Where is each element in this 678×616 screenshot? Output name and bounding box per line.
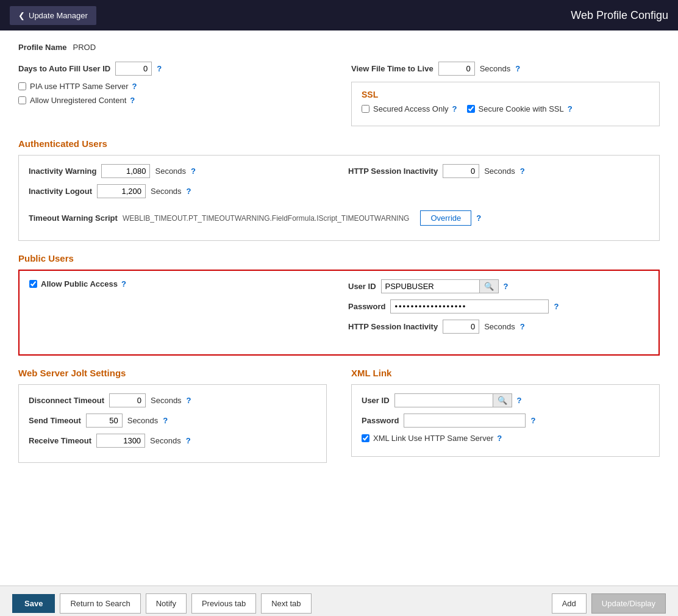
ssl-section: SSL Secured Access Only ? Secure Cookie … <box>351 82 660 126</box>
inactivity-logout-row: Inactivity Logout Seconds ? <box>29 184 330 198</box>
secure-cookie-row: Secure Cookie with SSL ? <box>467 104 573 113</box>
authenticated-users-box: Inactivity Warning Seconds ? Inactivity … <box>18 155 660 241</box>
days-auto-fill-label: Days to Auto Fill User ID <box>18 64 110 73</box>
send-timeout-row: Send Timeout Seconds ? <box>29 414 316 428</box>
days-auto-fill-help[interactable]: ? <box>157 64 162 73</box>
http-session-input[interactable] <box>443 164 479 178</box>
xml-user-id-search-button[interactable]: 🔍 <box>493 394 512 407</box>
receive-timeout-label: Receive Timeout <box>29 436 91 445</box>
xml-user-id-label: User ID <box>362 396 390 405</box>
send-timeout-input[interactable] <box>86 414 123 428</box>
timeout-warning-help[interactable]: ? <box>476 213 481 223</box>
allow-unregistered-checkbox[interactable] <box>18 96 26 104</box>
disconnect-timeout-input[interactable] <box>109 393 146 407</box>
web-server-jolt-box: Disconnect Timeout Seconds ? Send Timeou… <box>18 384 327 463</box>
notify-button[interactable]: Notify <box>146 593 187 614</box>
public-user-id-row: User ID 🔍 ? <box>348 279 649 293</box>
auth-users-top-row: Inactivity Warning Seconds ? Inactivity … <box>29 164 649 204</box>
xml-password-input[interactable] <box>404 414 526 428</box>
xml-user-id-input[interactable] <box>395 394 493 407</box>
public-password-help[interactable]: ? <box>554 302 558 311</box>
public-http-session-row: HTTP Session Inactivity Seconds ? <box>348 320 649 334</box>
inactivity-logout-units: Seconds <box>151 187 182 196</box>
send-timeout-help[interactable]: ? <box>163 416 168 425</box>
http-session-label: HTTP Session Inactivity <box>348 167 438 176</box>
xml-http-same-server-checkbox[interactable] <box>362 434 369 442</box>
web-server-jolt-col: Web Server Jolt Settings Disconnect Time… <box>18 368 327 475</box>
secured-access-help[interactable]: ? <box>452 104 457 113</box>
add-button[interactable]: Add <box>552 593 587 614</box>
days-auto-fill-row: Days to Auto Fill User ID ? <box>18 62 327 76</box>
ssl-title: SSL <box>362 90 649 99</box>
back-arrow-icon: ❮ <box>18 11 25 20</box>
return-to-search-button[interactable]: Return to Search <box>60 593 140 614</box>
profile-name-label: Profile Name <box>18 43 66 52</box>
allow-public-access-checkbox[interactable] <box>29 280 37 288</box>
view-file-ttl-units: Seconds <box>480 64 511 73</box>
override-button[interactable]: Override <box>420 210 471 226</box>
receive-timeout-input[interactable] <box>96 434 145 448</box>
allow-unregistered-help[interactable]: ? <box>130 96 135 105</box>
disconnect-timeout-help[interactable]: ? <box>187 396 191 405</box>
disconnect-timeout-units: Seconds <box>151 396 182 405</box>
http-session-inactivity-row: HTTP Session Inactivity Seconds ? <box>348 164 649 178</box>
xml-password-row: Password ? <box>362 414 649 428</box>
update-display-button: Update/Display <box>591 593 666 614</box>
secure-cookie-checkbox[interactable] <box>467 105 475 113</box>
xml-http-same-server-help[interactable]: ? <box>497 434 502 443</box>
http-session-help[interactable]: ? <box>520 167 525 176</box>
public-user-id-search-button[interactable]: 🔍 <box>479 280 498 293</box>
inactivity-warning-help[interactable]: ? <box>191 167 196 176</box>
receive-timeout-help[interactable]: ? <box>186 436 191 445</box>
xml-password-label: Password <box>362 416 399 425</box>
authenticated-users-header: Authenticated Users <box>18 138 660 149</box>
public-password-input[interactable] <box>390 299 549 313</box>
pia-http-row: PIA use HTTP Same Server ? <box>18 82 327 91</box>
top-right-column: View File Time to Live Seconds ? SSL Sec… <box>351 62 660 126</box>
public-http-session-input[interactable] <box>443 320 479 334</box>
allow-public-access-help[interactable]: ? <box>121 279 126 288</box>
days-auto-fill-input[interactable] <box>115 62 152 76</box>
page-header: ❮ Update Manager Web Profile Configu <box>0 0 678 30</box>
page-title: Web Profile Configu <box>571 9 668 22</box>
back-button[interactable]: ❮ Update Manager <box>10 6 96 25</box>
view-file-ttl-input[interactable] <box>438 62 475 76</box>
public-http-session-help[interactable]: ? <box>520 322 525 331</box>
top-left-column: Days to Auto Fill User ID ? PIA use HTTP… <box>18 62 327 110</box>
view-file-ttl-help[interactable]: ? <box>515 64 520 73</box>
secured-access-checkbox[interactable] <box>362 105 369 113</box>
secured-access-row: Secured Access Only ? <box>362 104 457 113</box>
allow-unregistered-row: Allow Unregistered Content ? <box>18 96 327 105</box>
xml-link-col: XML Link User ID 🔍 ? Password ? <box>351 368 660 475</box>
pia-http-checkbox[interactable] <box>18 82 26 90</box>
public-user-id-input[interactable] <box>382 280 479 293</box>
timeout-warning-row: Timeout Warning Script WEBLIB_TIMEOUT.PT… <box>29 210 649 226</box>
public-http-session-units: Seconds <box>484 322 515 331</box>
inactivity-warning-units: Seconds <box>155 167 186 176</box>
public-user-id-label: User ID <box>348 282 376 291</box>
pia-http-help[interactable]: ? <box>132 82 137 91</box>
public-users-content: Allow Public Access ? User ID 🔍 ? Passwo… <box>29 279 649 340</box>
http-session-units: Seconds <box>484 167 515 176</box>
send-timeout-label: Send Timeout <box>29 416 81 425</box>
public-users-right: User ID 🔍 ? Password ? HTTP Session Inac… <box>348 279 649 340</box>
xml-password-help[interactable]: ? <box>530 416 535 425</box>
view-file-ttl-row: View File Time to Live Seconds ? <box>351 62 660 76</box>
xml-user-id-help[interactable]: ? <box>517 396 522 405</box>
profile-name-value: PROD <box>73 43 96 52</box>
send-timeout-units: Seconds <box>127 416 159 425</box>
xml-user-id-container: 🔍 <box>394 393 512 407</box>
xml-http-same-server-label: XML Link Use HTTP Same Server <box>373 434 493 443</box>
main-content: Profile Name PROD Days to Auto Fill User… <box>0 30 678 586</box>
previous-tab-button[interactable]: Previous tab <box>191 593 256 614</box>
inactivity-warning-input[interactable] <box>101 164 150 178</box>
next-tab-button[interactable]: Next tab <box>261 593 311 614</box>
public-user-id-help[interactable]: ? <box>504 282 508 291</box>
save-button[interactable]: Save <box>12 594 55 613</box>
inactivity-logout-help[interactable]: ? <box>187 187 191 196</box>
inactivity-logout-input[interactable] <box>97 184 146 198</box>
public-password-row: Password ? <box>348 299 649 313</box>
inactivity-warning-row: Inactivity Warning Seconds ? <box>29 164 330 178</box>
view-file-ttl-label: View File Time to Live <box>351 64 434 73</box>
secure-cookie-help[interactable]: ? <box>568 104 573 113</box>
